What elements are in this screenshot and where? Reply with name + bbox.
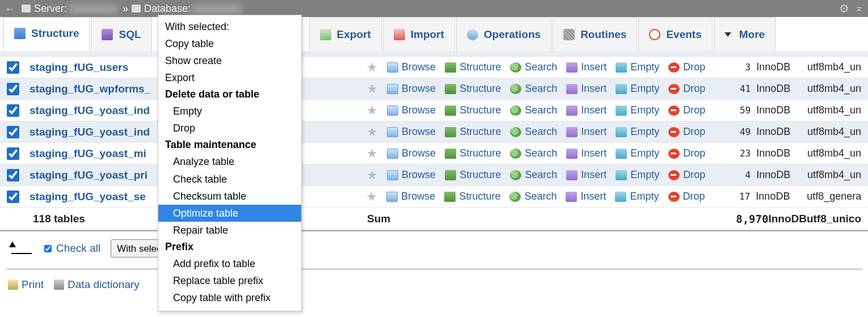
check-all-label[interactable]: Check all — [44, 242, 100, 255]
action-browse[interactable]: Browse — [383, 191, 439, 202]
ctx-copy-table[interactable]: Copy table — [158, 35, 301, 52]
row-actions: ★ Browse Structure Search Insert Empty D… — [366, 60, 709, 75]
action-search[interactable]: Search — [507, 61, 561, 73]
action-browse[interactable]: Browse — [384, 147, 439, 159]
import-icon — [394, 29, 405, 40]
favorite-star-icon[interactable]: ★ — [366, 146, 378, 161]
action-insert[interactable]: Insert — [563, 126, 610, 138]
action-empty[interactable]: Empty — [612, 104, 663, 116]
favorite-star-icon[interactable]: ★ — [366, 60, 378, 75]
table-name-link[interactable]: staging_fUG_yoast_ind — [30, 126, 150, 138]
row-collation: utf8mb4_un — [807, 169, 861, 181]
row-checkbox[interactable] — [7, 147, 19, 160]
action-browse[interactable]: Browse — [384, 126, 439, 138]
action-empty[interactable]: Empty — [612, 61, 663, 73]
table-name-link[interactable]: staging_fUG_wpforms_ — [30, 83, 150, 95]
collapse-icon[interactable]: ⌅ — [855, 2, 863, 15]
row-collation: utf8mb4_un — [807, 147, 861, 159]
action-structure[interactable]: Structure — [441, 61, 504, 73]
ctx-empty[interactable]: Empty — [158, 103, 301, 120]
action-browse[interactable]: Browse — [384, 83, 439, 95]
row-checkbox[interactable] — [7, 104, 19, 117]
action-empty[interactable]: Empty — [612, 83, 663, 95]
action-search[interactable]: Search — [507, 147, 561, 159]
table-name-link[interactable]: staging_fUG_yoast_pri — [30, 169, 148, 181]
ctx-replace-prefix[interactable]: Replace table prefix — [158, 272, 301, 289]
sum-row: 118 tables Sum 8,970 InnoDB utf8_unico — [0, 208, 868, 230]
ctx-export[interactable]: Export — [158, 69, 301, 86]
action-drop[interactable]: Drop — [665, 126, 709, 138]
ctx-copy-prefix[interactable]: Copy table with prefix — [158, 289, 301, 306]
action-structure[interactable]: Structure — [441, 191, 504, 202]
action-empty[interactable]: Empty — [612, 147, 663, 159]
action-empty[interactable]: Empty — [612, 169, 663, 181]
action-search[interactable]: Search — [507, 104, 561, 116]
favorite-star-icon[interactable]: ★ — [366, 189, 377, 204]
tab-export[interactable]: Export — [309, 17, 382, 51]
row-checkbox[interactable] — [7, 61, 19, 74]
action-drop[interactable]: Drop — [665, 191, 709, 202]
row-collation: utf8mb4_un — [807, 104, 861, 116]
table-name-link[interactable]: staging_fUG_users — [30, 61, 128, 74]
table-name-link[interactable]: staging_fUG_yoast_mi — [30, 147, 146, 160]
tab-more[interactable]: More — [714, 17, 776, 51]
action-empty[interactable]: Empty — [612, 191, 662, 202]
action-search[interactable]: Search — [507, 83, 561, 95]
action-drop[interactable]: Drop — [665, 83, 709, 95]
tab-import[interactable]: Import — [383, 17, 455, 51]
action-search[interactable]: Search — [506, 191, 560, 202]
tab-label: Export — [337, 28, 371, 41]
ctx-checksum[interactable]: Checksum table — [158, 188, 301, 205]
row-checkbox[interactable] — [7, 83, 19, 95]
ctx-repair[interactable]: Repair table — [158, 222, 301, 239]
row-actions: ★ Browse Structure Search Insert Empty D… — [366, 168, 709, 183]
favorite-star-icon[interactable]: ★ — [366, 168, 378, 183]
action-drop[interactable]: Drop — [665, 147, 709, 159]
ctx-show-create[interactable]: Show create — [158, 52, 301, 69]
ctx-analyze[interactable]: Analyze table — [158, 153, 301, 170]
action-browse[interactable]: Browse — [384, 61, 439, 73]
row-checkbox[interactable] — [7, 126, 19, 138]
action-insert[interactable]: Insert — [563, 104, 610, 116]
favorite-star-icon[interactable]: ★ — [366, 82, 378, 96]
table-name-link[interactable]: staging_fUG_yoast_se — [30, 191, 146, 203]
action-structure[interactable]: Structure — [441, 126, 504, 138]
print-link[interactable]: Print — [8, 278, 44, 291]
action-insert[interactable]: Insert — [562, 191, 609, 202]
data-dictionary-link[interactable]: Data dictionary — [54, 278, 140, 291]
favorite-star-icon[interactable]: ★ — [366, 125, 378, 140]
gear-icon[interactable]: ⚙ — [839, 2, 849, 15]
tab-routines[interactable]: Routines — [553, 17, 637, 51]
ctx-optimize[interactable]: Optimize table — [158, 205, 301, 222]
tab-structure[interactable]: Structure — [3, 17, 90, 51]
ctx-check[interactable]: Check table — [158, 171, 301, 188]
action-empty[interactable]: Empty — [612, 126, 663, 138]
tab-operations[interactable]: Operations — [456, 17, 551, 51]
row-checkbox[interactable] — [7, 169, 19, 181]
tab-sql[interactable]: SQL — [91, 17, 151, 51]
action-search[interactable]: Search — [507, 169, 561, 181]
table-name-link[interactable]: staging_fUG_yoast_ind — [30, 104, 150, 117]
action-drop[interactable]: Drop — [665, 61, 709, 73]
table-row: staging_fUG_wpforms_ ★ Browse Structure … — [0, 78, 868, 100]
action-structure[interactable]: Structure — [441, 169, 504, 181]
row-checkbox[interactable] — [7, 191, 19, 203]
action-insert[interactable]: Insert — [563, 83, 610, 95]
action-structure[interactable]: Structure — [441, 83, 504, 95]
ctx-add-prefix[interactable]: Add prefix to table — [158, 255, 301, 272]
action-browse[interactable]: Browse — [384, 104, 439, 116]
action-drop[interactable]: Drop — [665, 169, 709, 181]
action-structure[interactable]: Structure — [441, 104, 504, 116]
action-insert[interactable]: Insert — [563, 61, 610, 73]
back-arrow-icon[interactable]: ← — [5, 2, 16, 15]
tab-events[interactable]: Events — [638, 17, 712, 51]
favorite-star-icon[interactable]: ★ — [366, 103, 378, 118]
action-drop[interactable]: Drop — [665, 104, 709, 116]
ctx-drop[interactable]: Drop — [158, 120, 301, 137]
action-structure[interactable]: Structure — [441, 147, 504, 159]
action-insert[interactable]: Insert — [563, 147, 610, 159]
action-insert[interactable]: Insert — [563, 169, 610, 181]
check-all-checkbox[interactable] — [44, 245, 52, 252]
action-search[interactable]: Search — [507, 126, 561, 138]
action-browse[interactable]: Browse — [384, 169, 439, 181]
